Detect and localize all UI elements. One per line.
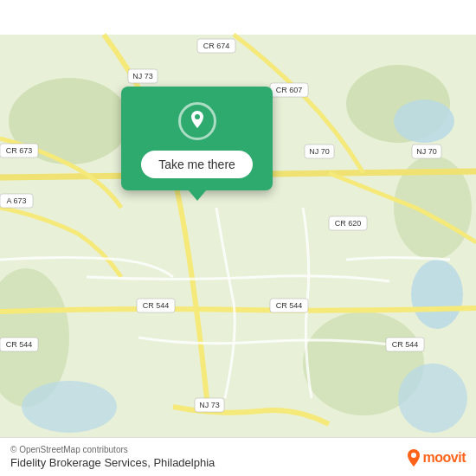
svg-text:CR 607: CR 607	[276, 86, 303, 94]
svg-point-40	[195, 114, 200, 119]
location-icon-circle	[178, 102, 216, 140]
popup-card: Take me there	[121, 87, 273, 190]
svg-text:CR 544: CR 544	[392, 340, 419, 349]
moovit-text: moovit	[423, 450, 466, 466]
svg-text:A 673: A 673	[6, 196, 26, 205]
svg-point-41	[411, 453, 416, 458]
map-background: CR 674 NJ 73 CR 607 CR 673 NJ 70 NJ 70 N…	[0, 0, 476, 476]
svg-text:NJ 73: NJ 73	[199, 401, 220, 409]
svg-text:NJ 70: NJ 70	[416, 147, 437, 156]
attribution: © OpenStreetMap contributors	[10, 445, 466, 454]
svg-point-9	[22, 381, 117, 433]
svg-text:CR 544: CR 544	[143, 301, 170, 310]
svg-text:CR 544: CR 544	[276, 301, 303, 310]
take-me-there-button[interactable]: Take me there	[141, 151, 253, 178]
svg-point-6	[398, 363, 467, 433]
svg-text:NJ 73: NJ 73	[132, 72, 153, 80]
moovit-logo: moovit	[406, 448, 466, 467]
svg-text:CR 544: CR 544	[6, 340, 33, 349]
svg-text:CR 673: CR 673	[6, 146, 33, 155]
moovit-pin-icon	[406, 448, 421, 467]
map-container: CR 674 NJ 73 CR 607 CR 673 NJ 70 NJ 70 N…	[0, 0, 476, 476]
location-pin-icon	[187, 109, 208, 133]
svg-text:CR 620: CR 620	[335, 219, 362, 228]
bottom-bar: © OpenStreetMap contributors Fidelity Br…	[0, 437, 476, 476]
svg-point-8	[411, 260, 463, 329]
svg-point-7	[394, 100, 454, 143]
svg-text:NJ 70: NJ 70	[309, 147, 330, 156]
svg-text:CR 674: CR 674	[203, 42, 230, 50]
attribution-text: © OpenStreetMap contributors	[10, 445, 128, 454]
location-name: Fidelity Brokerage Services, Philadelphi…	[10, 456, 466, 469]
